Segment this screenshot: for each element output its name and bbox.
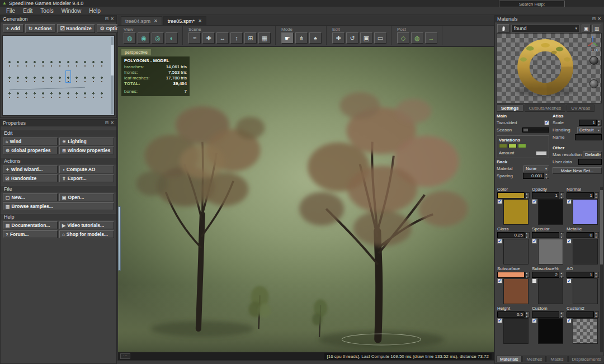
viewport-slider[interactable] <box>118 206 121 271</box>
make-new-set-button[interactable]: Make New Set... <box>553 167 602 174</box>
map-thumbnail[interactable] <box>573 199 598 225</box>
post-hex-button[interactable]: ◇ <box>397 32 409 44</box>
search-help-input[interactable]: Search Help: <box>499 1 565 7</box>
randomize-all-button[interactable]: ⚂Randomize <box>3 174 58 182</box>
scene-ground-button[interactable]: ▦ <box>258 32 271 44</box>
main-3d-viewport[interactable]: perspective POLYGONS - MODEL branches:14… <box>117 46 494 361</box>
map-enabled-checkbox[interactable] <box>532 199 537 204</box>
menu-tools[interactable]: Tools <box>36 7 57 15</box>
pan-hand-button[interactable] <box>497 24 509 33</box>
wind-button[interactable]: ≈Wind <box>3 138 58 145</box>
add-generator-button[interactable]: +Add <box>3 24 23 33</box>
scene-curve-button[interactable]: ≈ <box>188 32 201 44</box>
mode-branch-button[interactable]: ⋔ <box>295 32 308 44</box>
spacing-stepper[interactable] <box>545 173 549 179</box>
material-preview-viewport[interactable]: 1.00 <box>497 33 602 103</box>
dock-tab-displacements[interactable]: Displacements <box>568 356 604 362</box>
close-tab-icon[interactable]: ✕ <box>198 18 202 23</box>
material-search-dropdown[interactable]: found ▾ <box>511 25 580 32</box>
layer-view-button[interactable]: ▣ <box>582 25 591 32</box>
scene-move-button[interactable]: ✚ <box>202 32 215 44</box>
dock-tab-meshes[interactable]: Meshes <box>522 356 546 362</box>
float-panel-icon[interactable]: ⊟ <box>592 16 596 21</box>
browse-samples-button[interactable]: ▥Browse samples... <box>3 202 114 210</box>
value-field[interactable] <box>532 232 559 238</box>
actions-button[interactable]: ↻Actions <box>25 24 55 33</box>
compute-ao-button[interactable]: ◑Compute AO <box>59 166 114 173</box>
color-swatch-field[interactable] <box>497 272 525 278</box>
value-field[interactable]: 1 <box>532 192 559 198</box>
map-enabled-checkbox[interactable] <box>532 318 537 323</box>
value-field[interactable]: 0.25 <box>497 232 525 238</box>
menu-edit[interactable]: Edit <box>19 7 36 15</box>
light-orb-widget[interactable] <box>589 79 598 88</box>
materials-scrollbar[interactable] <box>600 187 603 352</box>
float-panel-icon[interactable]: ⊟ <box>105 120 109 125</box>
value-field[interactable]: 2 <box>532 272 559 278</box>
view-lighting-button[interactable]: ◐ <box>166 32 178 44</box>
menu-help[interactable]: Help <box>85 7 105 15</box>
shop-button[interactable]: ⌂Shop for models... <box>59 230 114 238</box>
map-enabled-checkbox[interactable] <box>497 318 502 323</box>
trackball-widget[interactable] <box>589 56 598 65</box>
stepper[interactable] <box>594 272 599 278</box>
list-view-button[interactable]: ▥ <box>592 25 601 32</box>
back-material-select[interactable]: None▾ <box>523 166 549 172</box>
value-field[interactable]: 0 <box>567 232 594 238</box>
variation-swatch[interactable] <box>499 144 507 148</box>
amount-slider[interactable] <box>536 151 547 155</box>
season-slider[interactable] <box>522 127 549 133</box>
tab-cutouts-meshes[interactable]: Cutouts/Meshes <box>525 105 566 112</box>
value-field[interactable]: 1 <box>567 272 594 278</box>
map-enabled-checkbox[interactable] <box>567 278 572 283</box>
dock-tab-materials[interactable]: Materials <box>496 356 522 362</box>
color-swatch-field[interactable] <box>497 192 525 198</box>
tab-uv-areas[interactable]: UV Areas <box>567 105 594 112</box>
export-button[interactable]: ⇧Export... <box>59 174 114 182</box>
map-thumbnail[interactable] <box>538 278 563 304</box>
map-thumbnail[interactable] <box>538 239 563 264</box>
handling-select[interactable]: Default▾ <box>577 127 602 134</box>
edit-annotate-button[interactable]: ▭ <box>374 32 386 44</box>
camera-mode-label[interactable]: perspective <box>121 49 151 55</box>
map-enabled-checkbox[interactable] <box>497 278 502 283</box>
overflow-menu-button[interactable]: ··· <box>120 353 130 359</box>
stepper[interactable] <box>525 192 530 198</box>
close-panel-icon[interactable]: ✕ <box>110 16 114 21</box>
generation-node-graph[interactable] <box>2 35 115 116</box>
scene-pan-button[interactable]: ↔ <box>216 32 229 44</box>
close-tab-icon[interactable]: ✕ <box>154 18 158 23</box>
menu-window[interactable]: Window <box>58 7 86 15</box>
close-panel-icon[interactable]: ✕ <box>597 16 601 21</box>
forum-button[interactable]: ?Forum... <box>3 230 58 238</box>
selected-node-highlight[interactable] <box>65 70 71 83</box>
stepper[interactable] <box>560 192 564 198</box>
wind-wizard-button[interactable]: ✦Wind wizard... <box>3 166 58 173</box>
stepper[interactable] <box>525 272 530 278</box>
map-enabled-checkbox[interactable] <box>497 199 502 204</box>
map-thumbnail[interactable] <box>573 278 598 304</box>
open-button[interactable]: ▣Open... <box>59 193 114 201</box>
stepper[interactable] <box>594 311 599 318</box>
map-enabled-checkbox[interactable] <box>532 239 537 244</box>
map-thumbnail[interactable] <box>573 318 598 344</box>
two-sided-checkbox[interactable] <box>544 120 549 125</box>
close-panel-icon[interactable]: ✕ <box>110 120 114 125</box>
stepper[interactable] <box>560 272 564 278</box>
scale-stepper[interactable] <box>597 120 602 126</box>
view-camera-button[interactable]: ◍ <box>124 32 136 44</box>
value-field[interactable]: 0.5 <box>497 311 525 318</box>
map-enabled-checkbox[interactable] <box>567 239 572 244</box>
max-resolution-select[interactable]: Default▾ <box>583 152 602 158</box>
spacing-field[interactable]: 0.001 <box>523 173 544 179</box>
view-shaded-button[interactable]: ◉ <box>138 32 150 44</box>
map-thumbnail[interactable] <box>573 239 598 264</box>
map-thumbnail[interactable] <box>538 318 563 344</box>
stepper[interactable] <box>594 232 599 238</box>
stepper[interactable] <box>560 311 564 318</box>
view-wireframe-button[interactable]: ◎ <box>152 32 164 44</box>
scale-field[interactable]: 1 <box>579 120 597 126</box>
stepper[interactable] <box>525 311 530 318</box>
variation-swatch[interactable] <box>518 144 526 148</box>
user-data-field[interactable] <box>578 159 602 165</box>
